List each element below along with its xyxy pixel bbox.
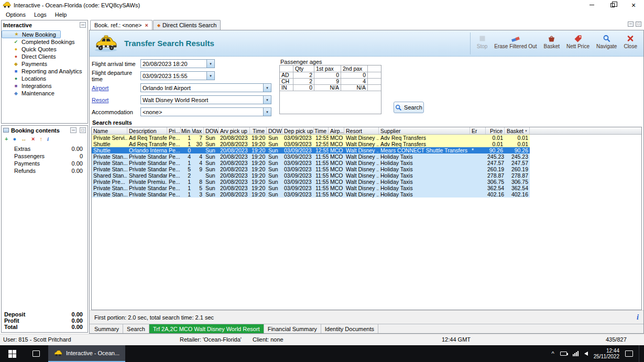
grid-col-16-basket[interactable]: Basket▼: [505, 127, 530, 134]
sidebar-item-reporting-and-analytics[interactable]: ■Reporting and Analytics: [2, 68, 85, 75]
booking-content-row[interactable]: Refunds0.00: [2, 168, 88, 175]
tab-book-ref-none[interactable]: Book. ref.: <none>×: [90, 20, 152, 30]
sidebar-item-completed-bookings[interactable]: ✔Completed Bookings: [2, 38, 78, 46]
bottom-tab-search[interactable]: Search: [123, 324, 149, 333]
grid-col-12-resort[interactable]: Resort: [344, 127, 379, 134]
restore-button[interactable]: [602, 0, 623, 10]
table-row[interactable]: Private Servi...Ad Req Transfer...Pe...1…: [92, 135, 530, 141]
task-view-button[interactable]: [24, 345, 48, 362]
resort-combo[interactable]: Walt Disney World Resort▼: [140, 95, 271, 104]
globe-icon[interactable]: ●: [13, 136, 16, 142]
search-button[interactable]: Search: [394, 102, 424, 113]
sidebar-item-payments[interactable]: ◆Payments: [2, 60, 50, 68]
action-center-icon[interactable]: [625, 350, 633, 357]
taskbar-app-button[interactable]: Interactive - Ocean...: [48, 345, 125, 362]
bottom-tab-trf-2a-2c-mco-walt-disney-world-resort[interactable]: Trf 2A,2C MCO Walt Disney World Resort: [149, 324, 264, 333]
grid-col-3-min[interactable]: Min: [181, 127, 192, 134]
stop-button[interactable]: Stop: [477, 35, 488, 49]
grid-col-9-dep-pick-up[interactable]: Dep pick up: [282, 127, 314, 134]
booking-total-value: 0.00: [72, 317, 83, 324]
chevron-down-icon[interactable]: ▼: [263, 96, 271, 104]
accommodation-combo[interactable]: <none>▼: [140, 107, 271, 116]
basket-button[interactable]: Basket: [543, 35, 560, 49]
table-row[interactable]: ShuttleOrlando Interna...Pe...0Sun20/08/…: [92, 147, 530, 153]
flight-arrival-time-combo[interactable]: 20/08/2023 18:20▼: [140, 59, 215, 68]
hidden-icons-chevron-icon[interactable]: ^: [552, 351, 554, 356]
airport-combo[interactable]: Orlando Intl Airport▼: [140, 83, 271, 92]
table-row[interactable]: ShuttleAd Req Transfer...Pe...130Sun20/0…: [92, 141, 530, 147]
collapse-pane-icon[interactable]: ─: [80, 22, 86, 28]
grid-col-label: Min: [181, 128, 190, 134]
grid-col-0-name[interactable]: Name: [92, 127, 127, 134]
table-row[interactable]: Private Stan...Private Standar...Pe...44…: [92, 153, 530, 160]
volume-icon[interactable]: [584, 352, 588, 356]
table-cell: 03/09/2023: [282, 135, 314, 141]
table-row[interactable]: Private Pre...Private Premiu...Pe...18Su…: [92, 179, 530, 185]
transfer-icon[interactable]: ↔: [21, 136, 27, 142]
grid-col-7-time[interactable]: Time: [250, 127, 267, 134]
mdi-restore-icon[interactable]: □: [636, 21, 641, 27]
navigate-button[interactable]: Navigate: [596, 35, 617, 49]
grid-col-15-price[interactable]: Price: [486, 127, 505, 134]
sidebar-item-maintenance[interactable]: ◆Maintenance: [2, 90, 58, 97]
grid-col-14-er[interactable]: Er: [470, 127, 486, 134]
chevron-down-icon[interactable]: ▼: [206, 60, 214, 68]
sidebar-item-new-booking[interactable]: ★New Booking: [2, 30, 61, 38]
minimize-button[interactable]: [581, 0, 602, 10]
table-row[interactable]: Private Stan...Private Standar...Pe...13…: [92, 191, 530, 198]
sidebar-item-quick-quotes[interactable]: ●Quick Quotes: [2, 46, 60, 53]
grid-col-1-description[interactable]: Description: [127, 127, 167, 134]
grid-col-6-arv-pick-up[interactable]: Arv pick up: [219, 127, 250, 134]
menu-options[interactable]: Options: [2, 11, 30, 18]
start-button[interactable]: [0, 345, 24, 362]
close-tab-icon[interactable]: ×: [145, 22, 148, 28]
tab-direct-clients-search[interactable]: ◆Direct Clients Search: [153, 20, 221, 30]
grid-col-5-dow[interactable]: DOW: [204, 127, 219, 134]
grid-col-11-airp[interactable]: Airp...: [329, 127, 344, 134]
upload-icon[interactable]: ↑: [40, 136, 43, 142]
sidebar-item-direct-clients[interactable]: ●Direct Clients: [2, 53, 59, 60]
chevron-down-icon[interactable]: ▼: [206, 72, 214, 80]
nett-price-button[interactable]: Nett Price: [566, 35, 590, 49]
chevron-down-icon[interactable]: ▼: [263, 108, 271, 116]
booking-content-row[interactable]: Extras0.00: [2, 146, 88, 153]
menu-help[interactable]: Help: [51, 11, 71, 18]
add-icon[interactable]: +: [5, 136, 8, 142]
sidebar-item-integrations[interactable]: ■Integrations: [2, 82, 54, 90]
chevron-down-icon[interactable]: ▼: [263, 84, 271, 92]
erase-filtered-out-button[interactable]: Erase Filtered Out: [494, 35, 537, 49]
table-row[interactable]: Private Stan...Private Standar...Pe...15…: [92, 185, 530, 191]
booking-content-row[interactable]: Passengers0: [2, 153, 88, 160]
airport-label[interactable]: Airport: [92, 85, 140, 91]
bottom-tab-financial-summary[interactable]: Financial Summary: [264, 324, 321, 333]
grid-col-4-max[interactable]: Max: [192, 127, 204, 134]
grid-col-8-dow[interactable]: DOW: [267, 127, 282, 134]
table-row[interactable]: Private Stan...Private Standar...Pe...14…: [92, 160, 530, 166]
bc-float-icon[interactable]: □: [80, 127, 86, 133]
menu-logs[interactable]: Logs: [30, 11, 51, 18]
close-button[interactable]: Close: [624, 35, 637, 49]
bottom-tab-summary[interactable]: Summary: [91, 324, 123, 333]
close-window-button[interactable]: ×: [623, 0, 644, 10]
battery-icon[interactable]: [560, 352, 567, 356]
table-row[interactable]: Shared Stan...Shared Standar...Pe...2Sun…: [92, 172, 530, 179]
table-cell: Walt Disney ...: [344, 166, 379, 172]
bottom-tab-identity-documents[interactable]: Identity Documents: [321, 324, 378, 333]
table-row[interactable]: Private Stan...Private Standar...Pe...59…: [92, 166, 530, 172]
delete-icon[interactable]: ×: [31, 136, 35, 142]
flight-departure-time-combo[interactable]: 03/09/2023 15:55▼: [140, 71, 215, 80]
grid-col-10-time[interactable]: Time: [314, 127, 329, 134]
combo-value: Orlando Intl Airport: [141, 85, 263, 91]
grid-col-13-supplier[interactable]: Supplier: [379, 127, 470, 134]
grid-col-2-pri[interactable]: Pri...: [167, 127, 181, 134]
network-icon[interactable]: [573, 351, 578, 356]
sidebar-item-locations[interactable]: ●Locations: [2, 75, 49, 82]
info-icon[interactable]: i: [47, 136, 49, 142]
taskbar-clock[interactable]: 12:44 25/11/2022: [594, 348, 619, 359]
mdi-minimize-icon[interactable]: ─: [628, 21, 634, 27]
show-desktop-button[interactable]: [639, 345, 641, 362]
booking-content-row[interactable]: Payments0.00: [2, 160, 88, 168]
info-icon[interactable]: i: [637, 313, 639, 322]
resort-label[interactable]: Resort: [92, 97, 140, 103]
bc-collapse-icon[interactable]: ─: [70, 127, 77, 133]
